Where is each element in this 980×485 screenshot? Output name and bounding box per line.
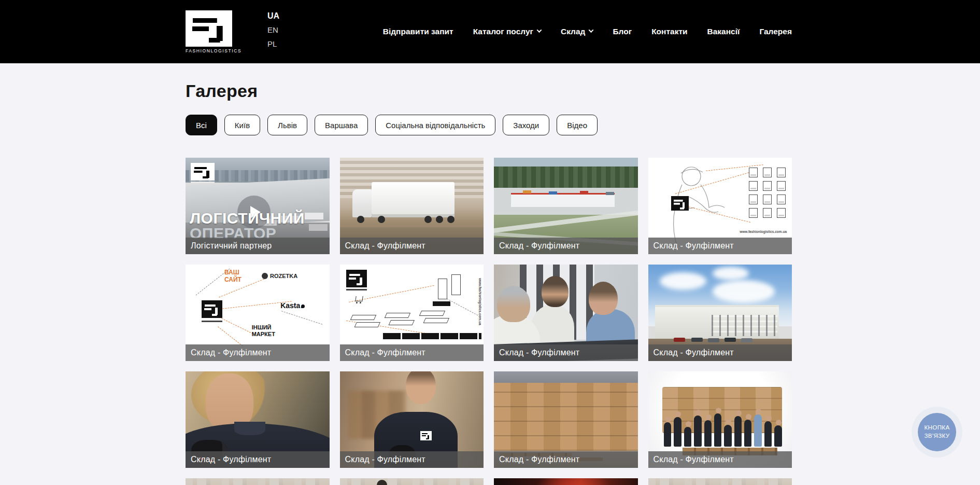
gallery-item-image xyxy=(340,478,484,485)
gallery-item[interactable]: www.fashionlogistics.com.ua Склад - Фулф… xyxy=(648,158,792,254)
gallery-item-caption: Склад - Фулфілмент xyxy=(494,344,638,361)
gallery-item-caption: Склад - Фулфілмент xyxy=(340,451,484,468)
worker-sketch xyxy=(651,160,734,248)
nav-contacts[interactable]: Контакти xyxy=(651,27,687,36)
nav-gallery[interactable]: Галерея xyxy=(759,27,792,36)
contact-button-label: КНОПКА ЗВ'ЯЗКУ xyxy=(918,413,956,451)
gallery-item[interactable]: www.fashionlogistics.com.ua Склад - Фулф… xyxy=(340,265,484,361)
gallery-item[interactable] xyxy=(186,478,330,485)
gallery-item-caption: Склад - Фулфілмент xyxy=(340,344,484,361)
gallery-item[interactable] xyxy=(340,478,484,485)
brand-name: FASHIONLOGISTICS xyxy=(186,48,233,53)
diagram-label-other-market: ІНШИЙ МАРКЕТ xyxy=(252,324,286,337)
chevron-down-icon xyxy=(537,27,542,33)
gallery-item[interactable]: Склад - Фулфілмент xyxy=(494,265,638,361)
gallery-item-caption: Склад - Фулфілмент xyxy=(648,451,792,468)
filter-video[interactable]: Відео xyxy=(557,115,598,135)
nav-vacancies[interactable]: Вакансії xyxy=(707,27,740,36)
page-title: Галерея xyxy=(186,81,792,101)
fl-logo-icon xyxy=(202,300,222,318)
gallery-item[interactable] xyxy=(494,478,638,485)
nav-warehouse[interactable]: Склад xyxy=(561,27,593,36)
fl-logo-icon xyxy=(420,431,432,440)
filter-lviv[interactable]: Львів xyxy=(267,115,307,135)
video-overlay-title: ЛОГІСТИЧНИЙ ОПЕРАТОР xyxy=(190,211,305,241)
filter-warsaw[interactable]: Варшава xyxy=(315,115,368,135)
nav-send-request[interactable]: Відправити запит xyxy=(383,27,453,36)
gallery-item[interactable]: Склад - Фулфілмент xyxy=(648,371,792,468)
main-content: Галерея Всі Київ Львів Варшава Соціальна… xyxy=(186,63,792,485)
gallery-item-caption: Склад - Фулфілмент xyxy=(494,238,638,254)
site-header: FASHIONLOGISTICS UA EN PL Відправити зап… xyxy=(0,0,980,63)
gallery-item-caption: Логістичний партнер xyxy=(186,238,330,254)
gallery-item[interactable]: Склад - Фулфілмент xyxy=(340,158,484,254)
gallery-item-image xyxy=(648,478,792,485)
filter-all[interactable]: Всі xyxy=(186,115,217,135)
fl-logo-icon xyxy=(346,270,367,287)
gallery-item-caption: Склад - Фулфілмент xyxy=(648,344,792,361)
filter-kyiv[interactable]: Київ xyxy=(224,115,260,135)
process-steps-bar xyxy=(383,333,481,339)
website-url-text: www.fashionlogistics.com.ua xyxy=(478,278,482,325)
floorplan-boxes xyxy=(749,168,786,218)
language-switcher: UA EN PL xyxy=(267,0,279,51)
page: FASHIONLOGISTICS UA EN PL Відправити зап… xyxy=(0,0,980,485)
fl-logo-icon xyxy=(191,163,215,183)
nav-services-catalog[interactable]: Каталог послуг xyxy=(473,27,541,36)
gallery-item-caption: Склад - Фулфілмент xyxy=(648,238,792,254)
rozetka-icon xyxy=(262,273,268,279)
gallery-item-image xyxy=(494,478,638,485)
fl-logo-icon xyxy=(186,10,232,47)
contact-floating-button[interactable]: КНОПКА ЗВ'ЯЗКУ xyxy=(912,407,962,458)
diagram-label-rozetka: ROZETKA xyxy=(262,273,297,279)
chevron-down-icon xyxy=(589,27,594,33)
gallery-item[interactable]: ВАШ САЙТ ROZETKA Kasta ІНШИЙ МАРКЕТ Скла… xyxy=(186,265,330,361)
gallery-grid: ЛОГІСТИЧНИЙ ОПЕРАТОР Логістичний партнер… xyxy=(186,158,792,485)
gallery-item[interactable]: Склад - Фулфілмент xyxy=(648,265,792,361)
gallery-item[interactable]: Склад - Фулфілмент xyxy=(340,371,484,468)
filter-events[interactable]: Заходи xyxy=(503,115,549,135)
diagram-label-kasta: Kasta xyxy=(280,301,305,310)
gallery-item[interactable]: Склад - Фулфілмент xyxy=(494,158,638,254)
gallery-item-caption: Склад - Фулфілмент xyxy=(186,344,330,361)
team-figures xyxy=(664,404,782,447)
gallery-item[interactable]: Склад - Фулфілмент xyxy=(186,371,330,468)
gallery-item[interactable]: Склад - Фулфілмент xyxy=(494,371,638,468)
diagram-label-your-site: ВАШ САЙТ xyxy=(224,269,251,284)
gallery-item-image xyxy=(186,478,330,485)
main-nav: Відправити запит Каталог послуг Склад Бл… xyxy=(383,27,792,36)
lang-pl[interactable]: PL xyxy=(267,37,279,51)
gallery-item-video[interactable]: ЛОГІСТИЧНИЙ ОПЕРАТОР Логістичний партнер xyxy=(186,158,330,254)
gallery-item[interactable] xyxy=(648,478,792,485)
filter-social-responsibility[interactable]: Соціальна відповідальність xyxy=(375,115,495,135)
lang-en[interactable]: EN xyxy=(267,23,279,37)
gallery-item-caption: Склад - Фулфілмент xyxy=(494,451,638,468)
nav-blog[interactable]: Блог xyxy=(613,27,632,36)
gallery-item-caption: Склад - Фулфілмент xyxy=(340,238,484,254)
brand-logo[interactable]: FASHIONLOGISTICS xyxy=(186,10,233,53)
fl-logo-icon xyxy=(671,196,689,211)
gallery-item-caption: Склад - Фулфілмент xyxy=(186,451,330,468)
lang-ua[interactable]: UA xyxy=(267,9,279,23)
gallery-filters: Всі Київ Львів Варшава Соціальна відпові… xyxy=(186,115,792,135)
website-url-text: www.fashionlogistics.com.ua xyxy=(740,230,787,233)
cart-icon xyxy=(355,296,363,301)
